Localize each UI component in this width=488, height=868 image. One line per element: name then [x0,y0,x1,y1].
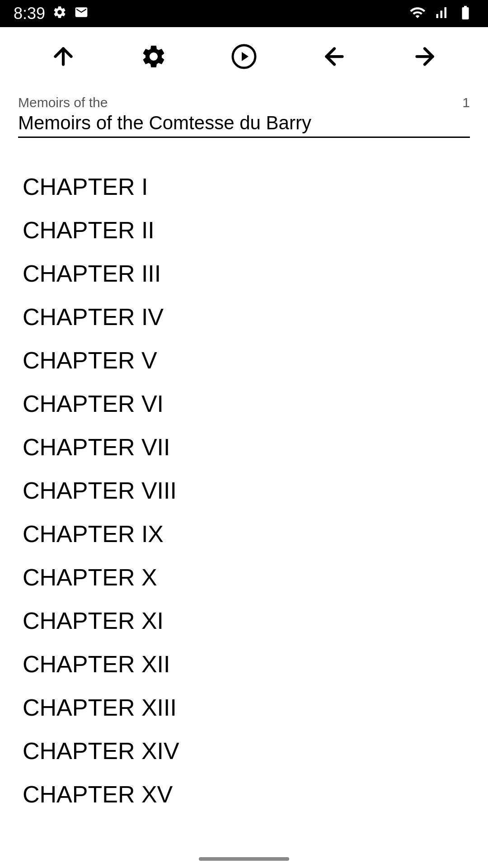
book-title-small: Memoirs of the [18,95,108,110]
toolbar [0,27,488,86]
status-time: 8:39 [14,4,45,23]
signal-icon [433,5,449,23]
chapter-item[interactable]: CHAPTER X [23,556,465,599]
chapter-item[interactable]: CHAPTER I [23,165,465,208]
play-button[interactable] [226,38,262,75]
chapter-item[interactable]: CHAPTER II [23,208,465,252]
status-bar: 8:39 [0,0,488,27]
settings-status-icon [52,5,67,23]
chapter-item[interactable]: CHAPTER XV [23,773,465,816]
forward-button[interactable] [407,38,443,75]
page-number: 1 [462,95,470,110]
chapter-item[interactable]: CHAPTER IX [23,512,465,556]
chapter-item[interactable]: CHAPTER XI [23,599,465,642]
chapter-list: CHAPTER ICHAPTER IICHAPTER IIICHAPTER IV… [0,142,488,843]
chapter-item[interactable]: CHAPTER VII [23,425,465,469]
svg-marker-2 [242,52,249,61]
up-button[interactable] [45,38,81,75]
status-right [409,5,474,23]
status-left: 8:39 [14,4,89,23]
chapter-item[interactable]: CHAPTER III [23,252,465,295]
chapter-item[interactable]: CHAPTER IV [23,295,465,339]
chapter-item[interactable]: CHAPTER VIII [23,469,465,512]
gmail-status-icon [74,5,89,23]
book-title-container: Memoirs of the Comtesse du Barry [0,110,488,142]
book-header: Memoirs of the 1 [0,86,488,110]
chapter-item[interactable]: CHAPTER VI [23,382,465,425]
chapter-item[interactable]: CHAPTER V [23,339,465,382]
chapter-item[interactable]: CHAPTER XIV [23,729,465,773]
chapter-item[interactable]: CHAPTER XII [23,642,465,686]
book-title-main: Memoirs of the Comtesse du Barry [18,112,470,138]
chapter-item[interactable]: CHAPTER XIII [23,686,465,729]
scroll-indicator [199,857,289,861]
settings-button[interactable] [136,38,172,75]
wifi-icon [409,5,426,23]
battery-icon [456,5,474,23]
back-button[interactable] [316,38,352,75]
